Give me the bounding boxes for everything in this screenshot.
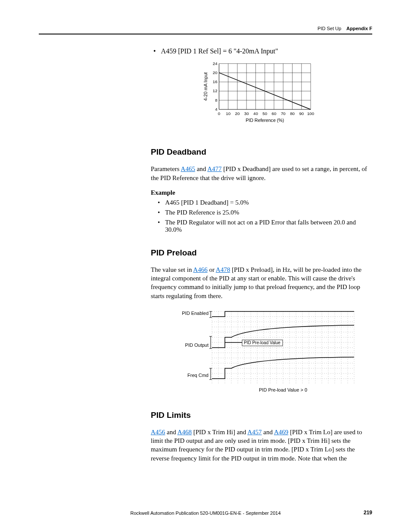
chart1-ylabel: 4-20 mA Input <box>203 72 208 101</box>
svg-text:60: 60 <box>272 111 277 116</box>
text: Parameters <box>151 165 181 172</box>
footer-pub: Rockwell Automation Publication 520-UM00… <box>0 510 411 516</box>
deadband-para: Parameters A465 and A477 [PID x Deadband… <box>151 165 372 182</box>
link-a456[interactable]: A456 <box>151 429 165 436</box>
link-a469[interactable]: A469 <box>274 429 288 436</box>
link-a466[interactable]: A466 <box>193 266 207 273</box>
limits-para: A456 and A468 [PID x Trim Hi] and A457 a… <box>151 428 372 463</box>
svg-text:100: 100 <box>307 111 314 116</box>
header-appendix: Appendix F <box>346 26 372 31</box>
label-pid-enabled: PID Enabled <box>182 311 209 316</box>
svg-text:8: 8 <box>215 98 217 103</box>
svg-text:30: 30 <box>244 111 249 116</box>
page-number: 219 <box>364 510 372 516</box>
text: and <box>262 429 274 436</box>
svg-text:12: 12 <box>213 88 218 93</box>
svg-text:20: 20 <box>235 111 240 116</box>
label-freq-cmd: Freq Cmd <box>187 373 209 378</box>
text: The value set in <box>151 266 193 273</box>
preload-diagram: PID Pre-load Value PID Enabled PID Outpu… <box>165 307 358 398</box>
top-bullet-text: A459 [PID 1 Ref Sel] = 6 "4-20mA Input" <box>161 47 278 55</box>
preload-annotation: PID Pre-load Value <box>244 340 280 345</box>
heading-deadband: PID Deadband <box>151 147 372 157</box>
svg-text:20: 20 <box>213 70 218 75</box>
pid-ref-chart: 4 8 12 16 20 24 0 10 20 30 40 50 60 70 <box>199 59 324 130</box>
svg-text:50: 50 <box>262 111 267 116</box>
preload-caption: PID Pre-load Value > 0 <box>259 387 307 392</box>
link-a457[interactable]: A457 <box>247 429 262 436</box>
svg-text:0: 0 <box>218 111 220 116</box>
svg-text:24: 24 <box>213 61 218 66</box>
svg-text:4: 4 <box>215 107 218 112</box>
label-pid-output: PID Output <box>185 342 209 348</box>
svg-text:90: 90 <box>299 111 304 116</box>
bullet-text: A465 [PID 1 Deadband] = 5.0% <box>165 199 249 206</box>
example-label: Example <box>151 189 372 196</box>
header-rule <box>39 34 372 34</box>
list-item: •The PID Reference is 25.0% <box>155 209 372 216</box>
svg-text:40: 40 <box>253 111 258 116</box>
link-a468[interactable]: A468 <box>177 429 192 436</box>
text: or <box>208 266 216 273</box>
link-a478[interactable]: A478 <box>216 266 230 273</box>
svg-text:16: 16 <box>213 79 218 84</box>
list-item: •The PID Regulator will not act on a PID… <box>155 219 372 233</box>
svg-text:10: 10 <box>226 111 230 116</box>
heading-limits: PID Limits <box>151 411 372 420</box>
svg-text:80: 80 <box>290 111 295 116</box>
text: and <box>195 165 207 172</box>
svg-text:70: 70 <box>281 111 286 116</box>
text: and <box>165 429 177 436</box>
heading-preload: PID Preload <box>151 248 372 258</box>
bullet-text: The PID Regulator will not act on a PID … <box>165 219 372 233</box>
link-a465[interactable]: A465 <box>181 165 195 172</box>
list-item: •A465 [PID 1 Deadband] = 5.0% <box>155 199 372 206</box>
preload-para: The value set in A466 or A478 [PID x Pre… <box>151 265 372 300</box>
text: [PID x Trim Hi] and <box>192 429 247 436</box>
header-title: PID Set Up <box>318 26 341 31</box>
bullet-text: The PID Reference is 25.0% <box>165 209 239 216</box>
top-bullet: • A459 [PID 1 Ref Sel] = 6 "4-20mA Input… <box>151 47 372 55</box>
link-a477[interactable]: A477 <box>207 165 221 172</box>
bullet-dot: • <box>153 47 156 55</box>
chart1-xlabel: PID Reference (%) <box>246 118 284 123</box>
